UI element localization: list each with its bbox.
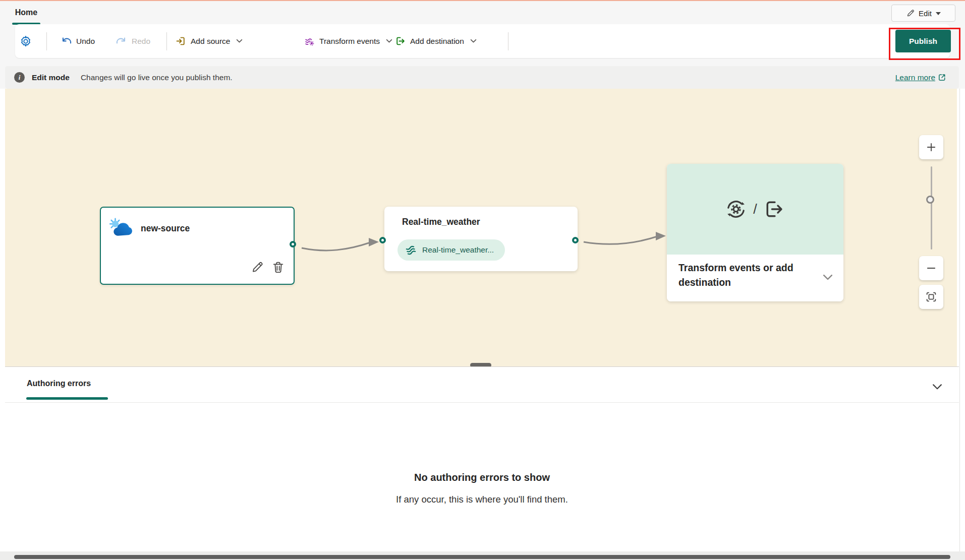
delete-trash-icon[interactable]: [270, 260, 286, 275]
destination-export-icon: [763, 198, 785, 220]
node-new-source[interactable]: new-source: [100, 207, 295, 285]
authoring-errors-panel: Authoring errors No authoring errors to …: [5, 366, 959, 551]
toolbar-divider: [46, 32, 47, 50]
transform-waves-gear-icon: [304, 36, 315, 46]
output-port-real-time-weather[interactable]: [572, 237, 579, 243]
arrow-enter-icon: [176, 36, 186, 46]
output-port-new-source[interactable]: [290, 241, 296, 247]
banner-title: Edit mode: [32, 73, 70, 82]
ribbon-tab-strip: Home Edit: [0, 1, 965, 24]
tab-home[interactable]: Home: [12, 5, 40, 20]
plus-icon: [926, 142, 937, 153]
placeholder-label-area[interactable]: Transform events or add destination: [667, 255, 843, 301]
edit-mode-dropdown-button[interactable]: Edit: [891, 5, 955, 22]
placeholder-label: Transform events or add destination: [678, 261, 806, 290]
zoom-slider-track[interactable]: [931, 166, 932, 250]
stream-node-title: Real-time_weather: [402, 217, 480, 227]
panel-divider: [5, 402, 959, 403]
fit-to-screen-button[interactable]: [919, 285, 943, 309]
node-placeholder-transform-destination[interactable]: / Transform events or add destination: [667, 164, 843, 301]
edit-pencil-icon[interactable]: [249, 260, 264, 275]
collapse-panel-button[interactable]: [931, 380, 944, 393]
chevron-down-icon: [931, 381, 943, 393]
chevron-down-icon: [385, 37, 393, 45]
toolbar-divider: [508, 32, 508, 50]
add-destination-button[interactable]: Add destination: [395, 24, 477, 58]
undo-icon: [61, 36, 72, 47]
add-destination-label: Add destination: [410, 37, 464, 46]
tab-authoring-errors-underline: [26, 397, 108, 400]
separator-slash: /: [753, 202, 757, 217]
chevron-down-icon: [470, 37, 477, 45]
undo-button[interactable]: Undo: [61, 24, 95, 58]
stream-badge[interactable]: Real-time_weather...: [398, 239, 505, 261]
transform-events-button[interactable]: Transform events: [304, 24, 393, 58]
settings-button[interactable]: [19, 24, 32, 58]
edit-mode-banner: i Edit mode Changes will go live once yo…: [5, 66, 959, 89]
fit-to-screen-icon: [925, 291, 937, 303]
edit-button-label: Edit: [919, 9, 932, 18]
zoom-out-button[interactable]: [919, 256, 943, 280]
node-real-time-weather[interactable]: Real-time_weather Real-time_weather...: [384, 207, 578, 271]
input-port-real-time-weather[interactable]: [379, 237, 386, 243]
info-icon: i: [14, 72, 25, 83]
horizontal-scrollbar-thumb[interactable]: [14, 555, 950, 559]
gear-icon: [19, 35, 32, 48]
external-link-icon: [937, 73, 947, 82]
source-node-label: new-source: [141, 223, 190, 234]
weather-cloud-icon: [109, 218, 133, 239]
placeholder-icon-area: /: [667, 164, 843, 255]
transform-events-label: Transform events: [319, 37, 380, 46]
zoom-slider-handle[interactable]: [926, 196, 934, 204]
stream-badge-label: Real-time_weather...: [422, 245, 494, 255]
minus-icon: [926, 263, 937, 274]
eventstream-canvas[interactable]: new-source Real-time_weather Real-time_w…: [5, 89, 957, 366]
panel-resize-handle[interactable]: [470, 363, 491, 366]
tab-authoring-errors[interactable]: Authoring errors: [27, 379, 91, 388]
add-source-button[interactable]: Add source: [176, 24, 243, 58]
chevron-down-icon: [936, 12, 941, 15]
pencil-icon: [906, 9, 915, 18]
main-toolbar: Undo Redo Add source Transform events Ad…: [15, 24, 950, 58]
undo-label: Undo: [76, 37, 95, 46]
chevron-down-icon[interactable]: [821, 271, 834, 286]
redo-button[interactable]: Redo: [116, 24, 150, 58]
zoom-in-button[interactable]: [919, 135, 943, 159]
banner-message: Changes will go live once you publish th…: [81, 73, 233, 82]
publish-button[interactable]: Publish: [895, 30, 951, 52]
redo-label: Redo: [132, 37, 150, 46]
empty-state-title: No authoring errors to show: [5, 472, 959, 483]
empty-state-subtitle: If any occur, this is where you'll find …: [5, 494, 959, 505]
transform-gear-sync-icon: [725, 198, 747, 220]
chevron-down-icon: [236, 37, 243, 45]
add-source-label: Add source: [191, 37, 230, 46]
horizontal-scrollbar-track: [0, 551, 965, 560]
scroll-gutter-divider: [959, 89, 960, 551]
learn-more-link[interactable]: Learn more: [895, 73, 935, 82]
toolbar-divider: [166, 32, 167, 50]
eventstream-icon: [405, 244, 417, 257]
redo-icon: [116, 36, 127, 47]
arrow-exit-icon: [395, 36, 406, 46]
